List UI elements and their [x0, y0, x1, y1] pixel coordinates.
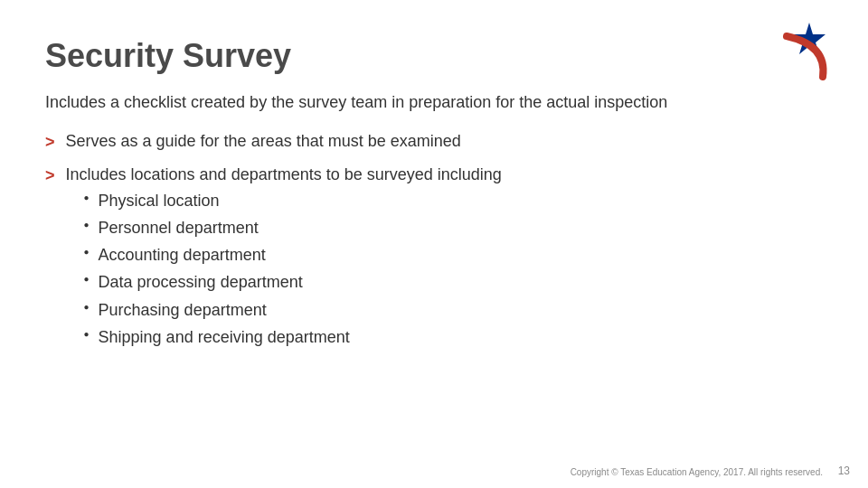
sub-item-2: ● Accounting department — [84, 244, 502, 267]
slide: Security Survey Includes a checklist cre… — [0, 0, 868, 488]
sub-bullet-1: ● — [84, 219, 90, 231]
sub-item-text-2: Accounting department — [99, 244, 266, 267]
sub-list: ● Physical location ● Personnel departme… — [84, 190, 502, 349]
sub-bullet-4: ● — [84, 301, 90, 314]
sub-item-text-5: Shipping and receiving department — [99, 326, 350, 349]
sub-item-1: ● Personnel department — [84, 217, 502, 239]
page-number: 13 — [838, 465, 850, 477]
bullet-text-2: Includes locations and departments to be… — [66, 165, 502, 183]
intro-text: Includes a checklist created by the surv… — [45, 91, 823, 114]
bullet-item-1: > Serves as a guide for the areas that m… — [45, 130, 823, 154]
logo-area — [760, 18, 832, 81]
sub-item-text-0: Physical location — [99, 190, 220, 212]
sub-bullet-2: ● — [84, 246, 90, 258]
bullet-arrow-2: > — [45, 164, 55, 187]
sub-bullet-0: ● — [84, 192, 90, 204]
sub-item-5: ● Shipping and receiving department — [84, 326, 502, 349]
sub-bullet-3: ● — [84, 273, 90, 286]
sub-item-text-1: Personnel department — [99, 217, 259, 239]
sub-item-4: ● Purchasing department — [84, 299, 502, 322]
sub-item-text-3: Data processing department — [99, 271, 303, 294]
bullet-text-1: Serves as a guide for the areas that mus… — [66, 130, 461, 153]
sub-item-3: ● Data processing department — [84, 271, 502, 294]
sub-item-0: ● Physical location — [84, 190, 502, 212]
bullet-arrow-1: > — [45, 131, 55, 154]
footer-copyright: Copyright © Texas Education Agency, 2017… — [571, 467, 823, 477]
bullet-item-2: > Includes locations and departments to … — [45, 164, 823, 353]
sub-item-text-4: Purchasing department — [99, 299, 267, 322]
sub-bullet-5: ● — [84, 328, 90, 341]
page-title: Security Survey — [45, 36, 823, 75]
